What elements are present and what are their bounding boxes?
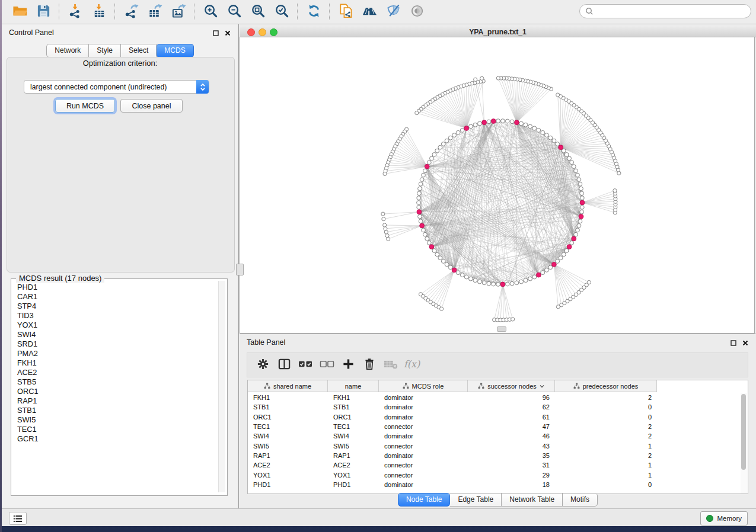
table-row[interactable]: RAP1RAP1dominator352	[248, 451, 748, 460]
open-file-button[interactable]	[8, 2, 31, 22]
mcds-node-item[interactable]: STP4	[17, 302, 227, 311]
import-network-button[interactable]	[63, 2, 87, 22]
select-all-button[interactable]	[295, 355, 316, 374]
run-mcds-button[interactable]: Run MCDS	[55, 99, 115, 113]
add-row-icon	[342, 358, 355, 373]
scrollbar-thumb[interactable]	[741, 394, 746, 470]
table-cell: dominator	[379, 432, 468, 440]
toolbar-separator	[59, 4, 60, 20]
save-session-button[interactable]	[31, 2, 55, 22]
network-window-titlebar[interactable]: YPA_prune.txt_1	[240, 26, 756, 37]
mcds-node-item[interactable]: CAR1	[17, 292, 227, 302]
export-network-button[interactable]	[119, 2, 143, 22]
panel-splitter-grip[interactable]	[236, 264, 244, 275]
search-input[interactable]	[596, 7, 751, 16]
export-table-button[interactable]	[143, 2, 167, 22]
column-header-shared-name[interactable]: shared name	[248, 380, 328, 392]
column-header-MCDS-role[interactable]: MCDS role	[379, 380, 468, 392]
zoom-fit-button[interactable]	[246, 2, 270, 22]
table-cell: RAP1	[328, 452, 379, 459]
table-row[interactable]: YOX1YOX1connector291	[248, 470, 748, 479]
node-table[interactable]: shared namenameMCDS rolesuccessor nodesp…	[247, 380, 748, 494]
float-panel-icon[interactable]	[212, 29, 219, 37]
split-view-icon	[278, 358, 291, 373]
clone-network-button[interactable]	[334, 2, 358, 22]
mcds-node-item[interactable]: TID3	[17, 311, 227, 321]
zoom-in-button[interactable]	[199, 2, 222, 22]
table-row[interactable]: FKH1FKH1dominator962	[248, 393, 748, 402]
tab-node-table[interactable]: Node Table	[398, 493, 451, 507]
mcds-node-item[interactable]: FKH1	[17, 358, 227, 368]
mcds-node-item[interactable]: TEC1	[17, 425, 227, 434]
table-row[interactable]: ACE2ACE2connector311	[248, 460, 748, 470]
add-row-button[interactable]	[337, 355, 359, 374]
delete-row-icon	[363, 358, 375, 373]
mcds-node-item[interactable]: STB1	[17, 406, 227, 415]
table-row[interactable]: PHD1PHD1dominator180	[248, 480, 748, 489]
tab-edge-table[interactable]: Edge Table	[450, 493, 502, 507]
tab-motifs[interactable]: Motifs	[563, 493, 598, 507]
export-image-button[interactable]	[167, 2, 190, 22]
zoom-out-button[interactable]	[222, 2, 246, 22]
mcds-node-item[interactable]: ORC1	[17, 387, 227, 396]
search-network-button[interactable]	[358, 2, 381, 22]
table-row[interactable]: SWI4SWI4dominator462	[248, 431, 748, 441]
mcds-node-item[interactable]: STB5	[17, 377, 227, 387]
mcds-node-item[interactable]: PMA2	[17, 349, 227, 358]
close-panel-button[interactable]: Close panel	[120, 99, 183, 113]
search-box[interactable]	[579, 4, 751, 18]
mcds-result-list[interactable]: PHD1CAR1STP4TID3YOX1SWI4SRD1PMA2FKH1ACE2…	[11, 279, 227, 444]
table-row[interactable]: TEC1TEC1connector472	[248, 422, 748, 431]
close-panel-icon[interactable]	[224, 29, 231, 37]
network-canvas[interactable]	[240, 37, 755, 334]
mcds-node-item[interactable]: YOX1	[17, 321, 227, 330]
memory-button[interactable]: Memory	[700, 511, 748, 525]
table-cell: TEC1	[248, 423, 328, 430]
delete-row-button[interactable]	[359, 355, 380, 374]
column-header-predecessor-nodes[interactable]: predecessor nodes	[555, 380, 657, 392]
criterion-dropdown[interactable]: largest connected component (undirected)	[24, 80, 209, 94]
float-panel-icon[interactable]	[729, 339, 737, 347]
table-cell: SWI4	[328, 432, 379, 440]
table-cell: 0	[555, 481, 657, 488]
table-settings-button[interactable]	[252, 355, 273, 374]
table-cell: ORC1	[328, 414, 379, 421]
tab-network-table[interactable]: Network Table	[502, 493, 563, 507]
refresh-view-button[interactable]	[302, 2, 326, 22]
table-row[interactable]: ORC1ORC1dominator610	[248, 412, 748, 422]
column-header-successor-nodes[interactable]: successor nodes	[468, 380, 555, 392]
import-table-button[interactable]	[87, 2, 111, 22]
control-panel-titlebar: Control Panel	[2, 24, 238, 40]
split-view-button[interactable]	[273, 355, 295, 374]
table-row[interactable]: STB1STB1dominator620	[248, 402, 748, 412]
mcds-node-item[interactable]: GCR1	[17, 434, 227, 444]
table-cell: 18	[468, 481, 555, 488]
svg-text:f(x): f(x)	[404, 358, 420, 370]
toolbar-separator	[329, 4, 330, 20]
hide-panels-button[interactable]	[381, 2, 405, 22]
deselect-all-button[interactable]	[316, 355, 337, 374]
mcds-node-item[interactable]: ACE2	[17, 368, 227, 377]
column-header-name[interactable]: name	[328, 380, 379, 392]
table-cell: STB1	[248, 403, 328, 411]
close-panel-icon[interactable]	[741, 339, 749, 347]
panel-menu-button[interactable]	[9, 512, 27, 525]
mcds-node-item[interactable]: SWI5	[17, 415, 227, 425]
mcds-node-item[interactable]: SRD1	[17, 339, 227, 349]
table-row[interactable]: SWI5SWI5connector431	[248, 441, 748, 450]
splitter-grip[interactable]	[497, 326, 506, 332]
table-cell: 96	[468, 394, 555, 401]
zoom-selected-button[interactable]	[270, 2, 294, 22]
table-scrollbar[interactable]	[741, 393, 747, 493]
table-cell: 2	[555, 432, 657, 440]
tab-mcds[interactable]: MCDS	[157, 44, 193, 57]
mcds-node-item[interactable]: SWI4	[17, 330, 227, 339]
mcds-node-item[interactable]: RAP1	[17, 396, 227, 406]
tab-select[interactable]: Select	[121, 44, 157, 57]
tab-style[interactable]: Style	[89, 44, 121, 57]
mcds-node-item[interactable]: PHD1	[17, 283, 227, 292]
table-body: FKH1FKH1dominator962STB1STB1dominator620…	[248, 393, 748, 489]
tab-network[interactable]: Network	[46, 44, 89, 57]
mcds-list-scrollbar[interactable]	[218, 281, 225, 492]
show-panels-button[interactable]	[405, 2, 429, 22]
